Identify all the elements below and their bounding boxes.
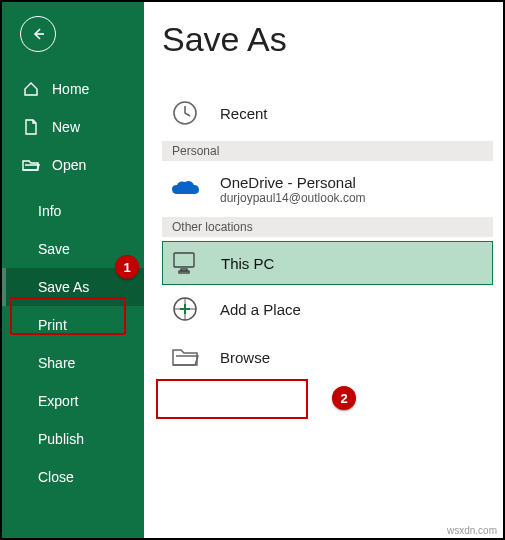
location-add-place[interactable]: Add a Place [162, 285, 493, 333]
onedrive-icon [170, 179, 200, 199]
onedrive-subtitle: durjoypaul14@outlook.com [220, 191, 366, 205]
nav-open-label: Open [52, 157, 86, 173]
this-pc-label: This PC [221, 255, 274, 272]
location-onedrive[interactable]: OneDrive - Personal durjoypaul14@outlook… [162, 165, 493, 213]
section-other: Other locations [162, 217, 493, 237]
section-personal: Personal [162, 141, 493, 161]
onedrive-title: OneDrive - Personal [220, 174, 366, 191]
this-pc-icon [171, 251, 201, 275]
add-place-label: Add a Place [220, 301, 301, 318]
page-title: Save As [162, 20, 493, 59]
nav-export[interactable]: Export [2, 382, 144, 420]
nav-save-as[interactable]: Save As [2, 268, 144, 306]
annotation-highlight-browse [156, 379, 308, 419]
svg-rect-3 [179, 271, 189, 273]
location-browse[interactable]: Browse [162, 333, 493, 381]
nav-close[interactable]: Close [2, 458, 144, 496]
arrow-left-icon [30, 26, 46, 42]
nav-open[interactable]: Open [2, 146, 144, 184]
new-doc-icon [24, 119, 38, 135]
browse-label: Browse [220, 349, 270, 366]
nav-share[interactable]: Share [2, 344, 144, 382]
browse-folder-icon [171, 346, 199, 368]
watermark: wsxdn.com [447, 525, 497, 536]
nav-new-label: New [52, 119, 80, 135]
location-recent[interactable]: Recent [162, 89, 493, 137]
saveas-panel: Save As Recent Personal OneDrive - Perso… [144, 2, 503, 538]
folder-open-icon [22, 158, 40, 172]
nav-home-label: Home [52, 81, 89, 97]
nav-save[interactable]: Save [2, 230, 144, 268]
recent-label: Recent [220, 105, 268, 122]
nav-home[interactable]: Home [2, 70, 144, 108]
nav-info[interactable]: Info [2, 192, 144, 230]
clock-icon [171, 99, 199, 127]
home-icon [23, 81, 39, 97]
add-place-icon [171, 295, 199, 323]
nav-print[interactable]: Print [2, 306, 144, 344]
nav-publish[interactable]: Publish [2, 420, 144, 458]
svg-rect-1 [174, 253, 194, 267]
back-button[interactable] [20, 16, 56, 52]
nav-new[interactable]: New [2, 108, 144, 146]
location-this-pc[interactable]: This PC [162, 241, 493, 285]
file-backstage: Home New Open Info Save Save As Print Sh… [0, 0, 505, 540]
file-sidebar: Home New Open Info Save Save As Print Sh… [2, 2, 144, 538]
